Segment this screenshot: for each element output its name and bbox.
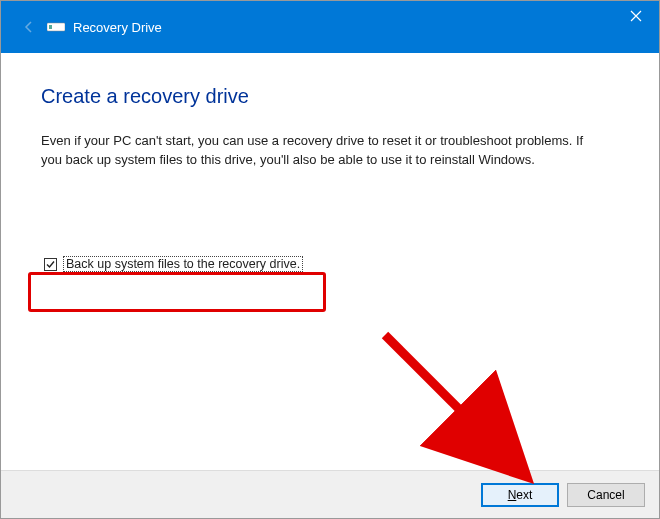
page-description: Even if your PC can't start, you can use…: [41, 132, 601, 170]
window-title: Recovery Drive: [73, 20, 162, 35]
next-button[interactable]: Next: [481, 483, 559, 507]
page-title: Create a recovery drive: [41, 85, 619, 108]
backup-checkbox-label[interactable]: Back up system files to the recovery dri…: [63, 256, 303, 272]
recovery-drive-wizard: Recovery Drive Create a recovery drive E…: [0, 0, 660, 519]
titlebar: Recovery Drive: [1, 1, 659, 53]
next-button-label: Next: [508, 488, 533, 502]
close-button[interactable]: [613, 1, 659, 31]
back-arrow-icon: [19, 17, 39, 37]
backup-checkbox[interactable]: [44, 258, 57, 271]
cancel-button[interactable]: Cancel: [567, 483, 645, 507]
backup-checkbox-row[interactable]: Back up system files to the recovery dri…: [41, 253, 309, 275]
close-icon: [630, 10, 642, 22]
checkmark-icon: [45, 259, 56, 270]
content-area: Create a recovery drive Even if your PC …: [1, 53, 659, 470]
svg-rect-1: [49, 25, 52, 29]
cancel-button-label: Cancel: [587, 488, 624, 502]
footer-bar: Next Cancel: [1, 470, 659, 518]
drive-icon: [47, 20, 65, 34]
